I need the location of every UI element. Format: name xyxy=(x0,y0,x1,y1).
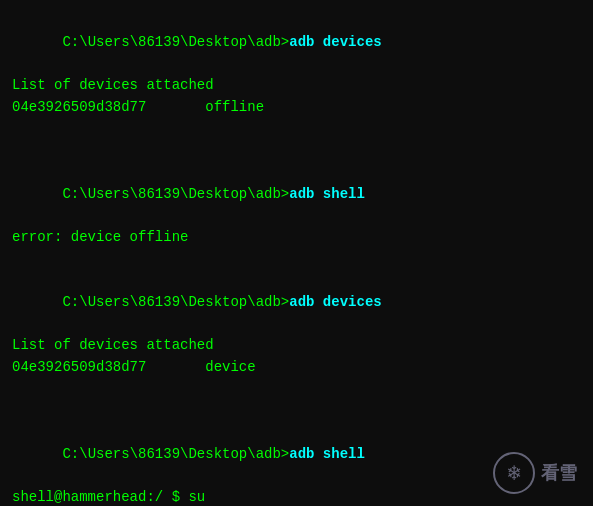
blank-5 xyxy=(12,400,581,422)
terminal-line-6: C:\Users\86139\Desktop\adb>adb devices xyxy=(12,270,581,335)
command-4: adb shell xyxy=(289,446,365,462)
blank-4 xyxy=(12,379,581,401)
prompt-2: C:\Users\86139\Desktop\adb> xyxy=(62,186,289,202)
prompt-3: C:\Users\86139\Desktop\adb> xyxy=(62,294,289,310)
command-2: adb shell xyxy=(289,186,365,202)
snowflake-symbol: ❄ xyxy=(507,460,520,487)
terminal-line-7: List of devices attached xyxy=(12,335,581,357)
watermark-text: 看雪 xyxy=(541,461,577,485)
terminal-line-5: error: device offline xyxy=(12,227,581,249)
terminal-line-2: List of devices attached xyxy=(12,75,581,97)
terminal-line-3: 04e3926509d38d77 offline xyxy=(12,97,581,119)
terminal-content: C:\Users\86139\Desktop\adb>adb devices L… xyxy=(12,10,581,506)
terminal-line-8: 04e3926509d38d77 device xyxy=(12,357,581,379)
prompt-4: C:\Users\86139\Desktop\adb> xyxy=(62,446,289,462)
blank-3 xyxy=(12,249,581,271)
snowflake-icon: ❄ xyxy=(493,452,535,494)
blank-1 xyxy=(12,118,581,140)
command-3: adb devices xyxy=(289,294,381,310)
command-1: adb devices xyxy=(289,34,381,50)
terminal-line-1: C:\Users\86139\Desktop\adb>adb devices xyxy=(12,10,581,75)
watermark: ❄ 看雪 xyxy=(493,452,577,494)
terminal-line-4: C:\Users\86139\Desktop\adb>adb shell xyxy=(12,162,581,227)
blank-2 xyxy=(12,140,581,162)
prompt-1: C:\Users\86139\Desktop\adb> xyxy=(62,34,289,50)
terminal-window[interactable]: C:\Users\86139\Desktop\adb>adb devices L… xyxy=(0,0,593,506)
